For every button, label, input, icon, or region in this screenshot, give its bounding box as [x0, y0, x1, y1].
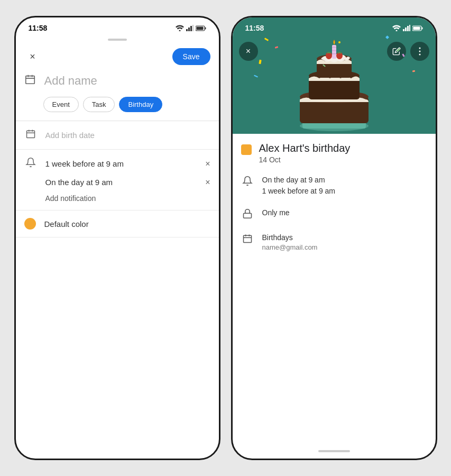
svg-point-36 — [336, 52, 343, 59]
notification-section: 1 week before at 9 am × On the day at 9 … — [16, 150, 219, 210]
signal-icon-right — [403, 25, 410, 31]
right-phone: 11:58 — [231, 16, 437, 460]
notification-text-2: On the day at 9 am — [45, 178, 113, 187]
notification-line1: On the day at 9 am — [262, 175, 336, 186]
notification-text-1: 1 week before at 9 am — [45, 159, 124, 168]
notification-row-2: On the day at 9 am × — [24, 176, 210, 189]
event-title-placeholder[interactable]: Add name — [44, 74, 97, 88]
tab-task[interactable]: Task — [83, 97, 115, 112]
notification-line2: 1 week before at 9 am — [262, 186, 336, 197]
type-tabs: Event Task Birthday — [16, 97, 219, 121]
birth-date-row[interactable]: Add birth date — [16, 121, 219, 150]
calendar-icon — [24, 129, 37, 142]
visibility-detail: Only me — [241, 207, 427, 222]
left-phone: 11:58 — [14, 16, 220, 460]
svg-point-26 — [419, 54, 420, 56]
title-icon — [24, 74, 36, 88]
notification-detail: On the day at 9 am 1 week before at 9 am — [241, 175, 427, 197]
cake-illustration — [287, 28, 382, 134]
svg-point-35 — [326, 52, 332, 59]
svg-rect-7 — [196, 26, 203, 30]
notification-info: On the day at 9 am 1 week before at 9 am — [262, 175, 336, 197]
visibility-info: Only me — [262, 207, 290, 218]
svg-rect-17 — [403, 29, 404, 31]
hero-more-button[interactable] — [410, 42, 429, 61]
svg-point-25 — [419, 51, 420, 52]
confetti-5 — [259, 60, 261, 65]
home-indicator — [318, 450, 350, 452]
drag-handle[interactable] — [16, 35, 219, 45]
status-icons-left — [176, 25, 206, 31]
event-header-info: Alex Hart's birthday 14 Oct — [259, 142, 351, 164]
svg-point-24 — [419, 48, 420, 49]
event-header: Alex Hart's birthday 14 Oct — [241, 142, 427, 164]
status-icons-right — [392, 25, 423, 31]
battery-icon-right — [412, 25, 423, 31]
calendar-info: Birthdays name@gmail.com — [262, 232, 318, 251]
notification-row-1: 1 week before at 9 am × — [24, 157, 210, 170]
battery-icon — [196, 25, 206, 31]
confetti-8 — [253, 75, 257, 77]
add-notification[interactable]: Add notification — [24, 194, 210, 203]
time-left: 11:58 — [29, 24, 48, 32]
svg-point-16 — [395, 30, 397, 32]
calendar-detail: Birthdays name@gmail.com — [241, 232, 427, 251]
lock-icon — [241, 208, 254, 222]
svg-rect-4 — [192, 25, 194, 31]
hero-right-buttons — [387, 42, 429, 61]
svg-rect-39 — [332, 50, 336, 51]
svg-rect-41 — [243, 213, 251, 218]
color-row[interactable]: Default color — [16, 210, 219, 237]
svg-rect-38 — [332, 47, 336, 48]
svg-rect-22 — [421, 27, 422, 29]
visibility-text: Only me — [262, 207, 290, 218]
svg-rect-3 — [190, 26, 192, 31]
hero-edit-button[interactable] — [387, 42, 406, 61]
save-button[interactable]: Save — [172, 48, 210, 65]
confetti-7 — [412, 70, 415, 72]
close-button[interactable]: × — [24, 48, 41, 65]
calendar-name: Birthdays — [262, 232, 318, 243]
notification-close-1[interactable]: × — [205, 159, 210, 169]
event-color-dot — [241, 144, 252, 155]
svg-rect-12 — [26, 131, 34, 138]
svg-rect-23 — [413, 26, 420, 30]
bottom-bar — [233, 446, 436, 459]
status-bar-left: 11:58 — [16, 17, 219, 35]
birth-date-placeholder: Add birth date — [45, 131, 95, 140]
calendar-email: name@gmail.com — [262, 243, 318, 251]
calendar-icon-detail — [241, 233, 254, 246]
svg-rect-18 — [405, 28, 407, 31]
confetti-9 — [338, 41, 340, 43]
notification-left-2: On the day at 9 am — [24, 176, 113, 189]
drag-handle-bar — [108, 39, 127, 41]
left-content: × Save Add name Event Task — [16, 35, 219, 459]
hero-close-button[interactable]: × — [239, 42, 258, 61]
top-bar: × Save — [16, 45, 219, 71]
event-date: 14 Oct — [259, 155, 351, 164]
svg-rect-20 — [409, 25, 410, 31]
svg-rect-6 — [205, 27, 206, 29]
svg-rect-2 — [188, 28, 190, 31]
title-row: Add name — [16, 71, 219, 97]
color-dot — [24, 218, 36, 230]
signal-icon — [186, 25, 194, 31]
right-content: × — [233, 17, 436, 459]
detail-content: Alex Hart's birthday 14 Oct On the day a… — [233, 134, 436, 446]
notification-close-2[interactable]: × — [205, 178, 210, 187]
event-name: Alex Hart's birthday — [259, 142, 351, 154]
scene: 11:58 — [4, 5, 448, 471]
svg-point-0 — [179, 30, 180, 32]
notification-left-1: 1 week before at 9 am — [24, 157, 124, 170]
svg-rect-19 — [407, 26, 409, 31]
svg-rect-8 — [25, 76, 34, 84]
tab-event[interactable]: Event — [43, 97, 79, 112]
tab-birthday[interactable]: Birthday — [119, 97, 162, 112]
bell-icon-1 — [24, 157, 37, 170]
color-label: Default color — [44, 219, 89, 228]
status-bar-right: 11:58 — [233, 17, 436, 35]
time-right: 11:58 — [245, 24, 264, 32]
svg-rect-1 — [186, 29, 188, 31]
bell-icon-detail — [241, 176, 254, 189]
wifi-icon-right — [392, 25, 401, 31]
